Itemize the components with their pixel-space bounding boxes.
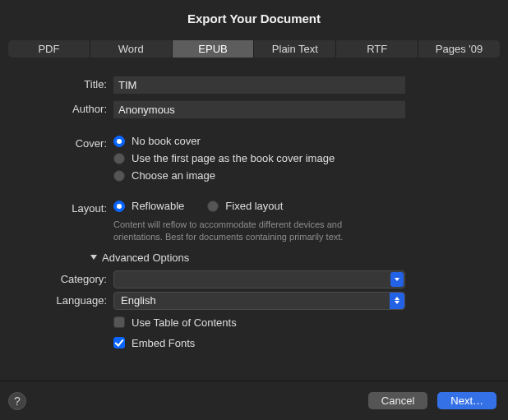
- tab-pdf[interactable]: PDF: [8, 40, 90, 58]
- layout-radio-reflowable-label: Reflowable: [132, 200, 184, 212]
- layout-radio-fixed-label: Fixed layout: [225, 200, 283, 212]
- toc-checkbox[interactable]: [113, 316, 125, 328]
- cover-radio-none[interactable]: [113, 136, 125, 147]
- embed-fonts-checkbox-label: Embed Fonts: [132, 337, 195, 349]
- layout-radio-reflowable[interactable]: [113, 201, 125, 212]
- dialog-footer: ? Cancel Next…: [0, 381, 508, 420]
- cover-radio-firstpage-label: Use the first page as the book cover ima…: [132, 152, 335, 164]
- next-button[interactable]: Next…: [437, 392, 496, 409]
- embed-fonts-checkbox[interactable]: [113, 337, 125, 348]
- title-label: Title:: [0, 76, 113, 90]
- toc-checkbox-label: Use Table of Contents: [132, 316, 237, 329]
- language-label: Language:: [0, 292, 113, 307]
- advanced-options-toggle[interactable]: Advanced Options: [90, 252, 475, 264]
- category-select[interactable]: [113, 270, 405, 288]
- tab-rtf[interactable]: RTF: [336, 40, 418, 58]
- layout-hint: Content will reflow to accommodate diffe…: [113, 219, 393, 243]
- language-value: English: [121, 294, 156, 307]
- updown-icon: [390, 293, 404, 309]
- format-tabs: PDF Word EPUB Plain Text RTF Pages '09: [8, 40, 500, 58]
- cancel-button[interactable]: Cancel: [368, 392, 427, 409]
- tab-epub[interactable]: EPUB: [173, 40, 255, 58]
- cover-radio-choose-label: Choose an image: [132, 169, 215, 182]
- advanced-options-label: Advanced Options: [102, 252, 189, 264]
- help-button[interactable]: ?: [8, 392, 26, 410]
- layout-radio-fixed[interactable]: [207, 201, 219, 212]
- title-input[interactable]: [113, 76, 405, 94]
- category-label: Category:: [0, 270, 113, 285]
- cover-label: Cover:: [0, 135, 113, 150]
- author-input[interactable]: [113, 100, 405, 118]
- author-label: Author:: [0, 100, 113, 115]
- tab-pages09[interactable]: Pages '09: [418, 40, 500, 58]
- export-form: Title: Author: Cover: No book cover Use …: [0, 58, 508, 354]
- dropdown-icon: [390, 272, 404, 287]
- cover-radio-none-label: No book cover: [132, 135, 201, 147]
- cover-radio-firstpage[interactable]: [113, 153, 125, 164]
- layout-label: Layout:: [0, 200, 113, 215]
- tab-plain-text[interactable]: Plain Text: [254, 40, 336, 58]
- chevron-down-icon: [90, 255, 97, 260]
- dialog-title: Export Your Document: [0, 0, 508, 40]
- language-select[interactable]: English: [113, 292, 405, 310]
- tab-word[interactable]: Word: [90, 40, 173, 58]
- cover-radio-choose[interactable]: [113, 170, 125, 182]
